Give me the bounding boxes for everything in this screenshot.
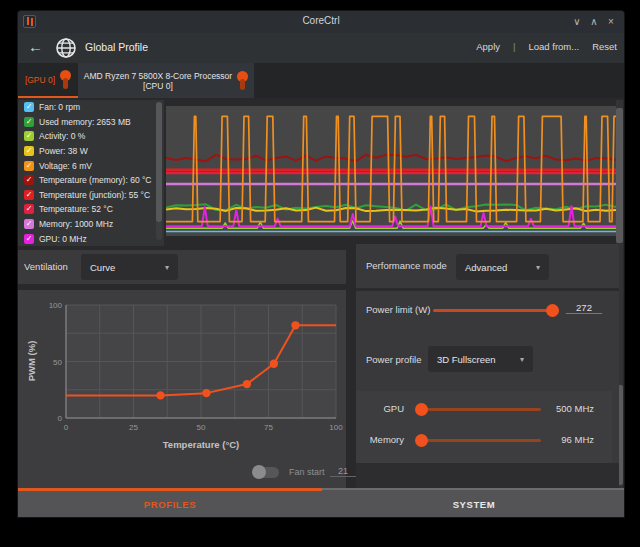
sensor-item[interactable]: ✓Power: 38 W <box>18 144 164 159</box>
sensor-pin-icon <box>237 69 248 93</box>
maximize-button[interactable]: ∧ <box>587 14 601 30</box>
power-profile-dropdown[interactable]: 3D Fullscreen ▾ <box>428 346 533 372</box>
globe-icon <box>55 37 77 63</box>
ventilation-mode-dropdown[interactable]: Curve ▾ <box>81 254 178 280</box>
panel-filler <box>356 463 619 488</box>
ventilation-row: Ventilation Curve ▾ <box>18 250 346 284</box>
svg-text:25: 25 <box>129 423 138 432</box>
content-area: ✓Fan: 0 rpm✓Used memory: 2653 MB✓Activit… <box>18 98 624 488</box>
sensor-label: Temperature (junction): 55 °C <box>39 190 150 200</box>
chevron-down-icon: ▾ <box>165 263 169 272</box>
sensor-label: Temperature: 52 °C <box>39 204 113 214</box>
svg-text:Temperature (°C): Temperature (°C) <box>163 439 239 450</box>
apply-button[interactable]: Apply <box>476 41 500 52</box>
sensor-checkbox[interactable]: ✓ <box>24 204 34 214</box>
sensor-checkbox[interactable]: ✓ <box>24 161 34 171</box>
sensor-label: GPU: 0 MHz <box>39 234 87 244</box>
sensor-label: Memory: 1000 MHz <box>39 219 113 229</box>
memory-freq-slider[interactable] <box>418 439 541 442</box>
sensor-item[interactable]: ✓Temperature (junction): 55 °C <box>18 188 164 203</box>
fan-curve-panel: 0501000255075100Temperature (°C)PWM (%) … <box>18 290 346 488</box>
sensor-checkbox[interactable]: ✓ <box>24 175 34 185</box>
sensor-item[interactable]: ✓Voltage: 6 mV <box>18 158 164 173</box>
fan-curve-point <box>270 360 278 368</box>
device-tab[interactable]: AMD Ryzen 7 5800X 8-Core Processor[CPU 0… <box>78 63 254 98</box>
sensor-item[interactable]: ✓Temperature (memory): 60 °C <box>18 173 164 188</box>
svg-text:0: 0 <box>64 423 69 432</box>
power-limit-label: Power limit (W) <box>366 304 430 315</box>
chevron-down-icon: ▾ <box>520 355 524 364</box>
fan-start-row: Fan start 21 <box>18 463 346 483</box>
toolbar-actions: Apply | Load from... Reset <box>476 41 617 52</box>
sensor-checkbox[interactable]: ✓ <box>24 117 34 127</box>
sensor-checkbox[interactable]: ✓ <box>24 146 34 156</box>
gpu-freq-value: 500 MHz <box>546 403 594 414</box>
sensor-checkbox[interactable]: ✓ <box>24 219 34 229</box>
svg-text:0: 0 <box>58 414 63 423</box>
device-tabstrip: [GPU 0]AMD Ryzen 7 5800X 8-Core Processo… <box>18 63 624 98</box>
memory-freq-label: Memory <box>362 434 404 445</box>
sensor-item[interactable]: ✓Used memory: 2653 MB <box>18 115 164 130</box>
fan-start-label: Fan start <box>289 467 325 477</box>
back-button[interactable]: ← <box>28 38 43 55</box>
power-limit-slider[interactable] <box>433 309 559 312</box>
sensor-checkbox[interactable]: ✓ <box>24 131 34 141</box>
bottom-tabbar: PROFILESSYSTEM <box>18 488 624 518</box>
sensor-checkbox[interactable]: ✓ <box>24 190 34 200</box>
sensor-label: Power: 38 W <box>39 146 88 156</box>
fan-curve-point <box>156 391 164 399</box>
memory-freq-value: 96 MHz <box>546 434 594 445</box>
titlebar: CoreCtrl ∨ ∧ × <box>18 11 624 33</box>
gpu-freq-label: GPU <box>376 403 404 414</box>
reset-button[interactable]: Reset <box>592 41 617 52</box>
svg-text:50: 50 <box>197 423 206 432</box>
toolbar-separator: | <box>513 41 515 52</box>
svg-text:PWM (%): PWM (%) <box>26 341 37 382</box>
sensor-label: Voltage: 6 mV <box>39 161 92 171</box>
sensor-item[interactable]: ✓Memory: 1000 MHz <box>18 217 164 232</box>
close-button[interactable]: × <box>604 14 618 30</box>
sensor-label: Activity: 0 % <box>39 131 85 141</box>
bottom-tab-system[interactable]: SYSTEM <box>322 490 625 518</box>
toolbar: ← Global Profile Apply | Load from... Re… <box>18 33 624 63</box>
svg-text:100: 100 <box>329 423 343 432</box>
fan-curve-chart[interactable]: 0501000255075100Temperature (°C)PWM (%) <box>18 290 346 459</box>
fan-start-value-field[interactable]: 21 <box>330 466 356 477</box>
monitor-series-temp-memory <box>166 155 616 162</box>
sensor-scrollbar[interactable] <box>156 102 162 240</box>
gpu-freq-slider[interactable] <box>418 408 541 411</box>
performance-mode-value: Advanced <box>465 262 507 273</box>
monitor-graph <box>166 106 618 236</box>
power-limit-slider-handle[interactable] <box>546 304 559 317</box>
memory-freq-slider-handle[interactable] <box>415 434 428 447</box>
section-divider <box>356 288 619 291</box>
profile-name: Global Profile <box>85 41 148 53</box>
sensor-label: Used memory: 2653 MB <box>39 117 131 127</box>
sensor-checkbox[interactable]: ✓ <box>24 234 34 244</box>
device-tab-label: AMD Ryzen 7 5800X 8-Core Processor[CPU 0… <box>84 71 232 91</box>
performance-mode-dropdown[interactable]: Advanced ▾ <box>456 254 549 280</box>
device-tab[interactable]: [GPU 0] <box>18 63 78 98</box>
power-profile-label: Power profile <box>366 354 421 365</box>
sensor-checkbox[interactable]: ✓ <box>24 102 34 112</box>
power-limit-value-field[interactable]: 272 <box>566 302 602 314</box>
load-from-button[interactable]: Load from... <box>528 41 579 52</box>
minimize-button[interactable]: ∨ <box>570 14 584 30</box>
fan-curve-point <box>243 380 251 388</box>
sensor-item[interactable]: ✓Activity: 0 % <box>18 129 164 144</box>
frequency-box: GPU 500 MHz Memory 96 MHz <box>356 391 612 463</box>
device-tab-label: [GPU 0] <box>25 75 55 85</box>
sensor-label: Fan: 0 rpm <box>39 102 80 112</box>
chevron-down-icon: ▾ <box>536 263 540 272</box>
window-title: CoreCtrl <box>18 15 624 26</box>
sensor-item[interactable]: ✓GPU: 0 MHz <box>18 231 164 246</box>
performance-panel: Performance mode Advanced ▾ Power limit … <box>356 244 619 488</box>
fan-start-toggle[interactable] <box>253 467 279 478</box>
sensor-label: Temperature (memory): 60 °C <box>39 175 152 185</box>
svg-text:100: 100 <box>49 301 63 310</box>
bottom-tab-profiles[interactable]: PROFILES <box>18 490 322 518</box>
sensor-item[interactable]: ✓Fan: 0 rpm <box>18 100 164 115</box>
sensor-item[interactable]: ✓Temperature: 52 °C <box>18 202 164 217</box>
gpu-freq-slider-handle[interactable] <box>415 403 428 416</box>
app-window: CoreCtrl ∨ ∧ × ← Global Profile Apply | … <box>17 10 625 518</box>
